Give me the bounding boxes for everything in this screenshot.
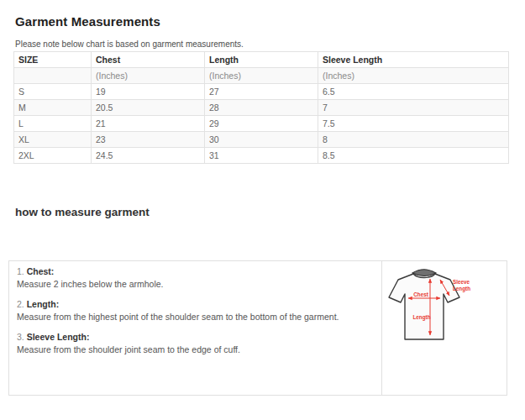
measurement-note: Please note below chart is based on garm… — [15, 39, 244, 49]
diagram-sleeve-label-line1: Sleeve — [453, 279, 470, 285]
table-header-row: SIZE Chest Length Sleeve Length — [14, 52, 509, 68]
step-label: Sleeve Length: — [27, 332, 90, 342]
length-cell: 27 — [205, 84, 318, 100]
col-header-sleeve: Sleeve Length — [318, 52, 509, 68]
col-header-size: SIZE — [14, 52, 92, 68]
diagram-chest-label: Chest — [413, 291, 428, 297]
sleeve-cell: 7.5 — [318, 116, 509, 132]
how-to-heading: how to measure garment — [15, 206, 150, 218]
step-label: Length: — [27, 299, 60, 309]
units-cell: (Inches) — [318, 68, 509, 84]
sleeve-cell: 6.5 — [318, 84, 509, 100]
length-cell: 30 — [205, 132, 318, 148]
page: Garment Measurements Please note below c… — [0, 0, 525, 420]
tshirt-collar — [412, 270, 436, 276]
step-number: 1. — [17, 266, 24, 276]
how-to-box: 1. Chest: Measure 2 inches below the arm… — [8, 260, 507, 396]
chest-cell: 21 — [92, 116, 205, 132]
sleeve-cell: 8 — [318, 132, 509, 148]
sleeve-cell: 8.5 — [318, 148, 509, 164]
units-cell: (Inches) — [92, 68, 205, 84]
col-header-length: Length — [205, 52, 318, 68]
size-cell: L — [14, 116, 92, 132]
size-cell: XL — [14, 132, 92, 148]
table-row: M 20.5 28 7 — [14, 100, 509, 116]
measure-step: 2. Length: Measure from the highest poin… — [17, 299, 373, 322]
step-label: Chest: — [27, 266, 55, 276]
step-number: 3. — [17, 332, 24, 342]
units-cell: (Inches) — [205, 68, 318, 84]
size-chart-table: SIZE Chest Length Sleeve Length (Inches)… — [13, 51, 509, 164]
chest-cell: 20.5 — [92, 100, 205, 116]
col-header-chest: Chest — [92, 52, 205, 68]
measure-step: 3. Sleeve Length: Measure from the shoul… — [17, 332, 373, 354]
step-description: Measure 2 inches below the armhole. — [17, 279, 373, 289]
diagram-sleeve-label-line2: Length — [453, 286, 470, 292]
step-description: Measure from the shoulder joint seam to … — [17, 344, 373, 354]
table-row: 2XL 24.5 31 8.5 — [14, 148, 509, 164]
diagram-panel: Chest Length Sleeve Length — [381, 261, 507, 395]
tshirt-diagram-icon: Chest Length Sleeve Length — [382, 263, 507, 396]
size-table-body: (Inches) (Inches) (Inches) S 19 27 6.5 M… — [14, 68, 509, 164]
length-cell: 31 — [205, 148, 318, 164]
step-description: Measure from the highest point of the sh… — [17, 312, 373, 322]
table-row: L 21 29 7.5 — [14, 116, 509, 132]
table-row: S 19 27 6.5 — [14, 84, 509, 100]
chest-cell: 23 — [92, 132, 205, 148]
units-row: (Inches) (Inches) (Inches) — [14, 68, 509, 84]
size-cell: 2XL — [14, 148, 92, 164]
step-number: 2. — [17, 299, 24, 309]
chest-cell: 24.5 — [92, 148, 205, 164]
units-cell — [14, 68, 92, 84]
sleeve-cell: 7 — [318, 100, 509, 116]
chest-cell: 19 — [92, 84, 205, 100]
size-cell: M — [14, 100, 92, 116]
tshirt-outline — [389, 274, 459, 339]
diagram-length-label: Length — [413, 314, 431, 321]
table-row: XL 23 30 8 — [14, 132, 509, 148]
page-title: Garment Measurements — [15, 14, 160, 29]
size-cell: S — [14, 84, 92, 100]
measure-step: 1. Chest: Measure 2 inches below the arm… — [17, 266, 373, 289]
steps: 1. Chest: Measure 2 inches below the arm… — [9, 261, 381, 395]
length-cell: 29 — [205, 116, 318, 132]
length-cell: 28 — [205, 100, 318, 116]
